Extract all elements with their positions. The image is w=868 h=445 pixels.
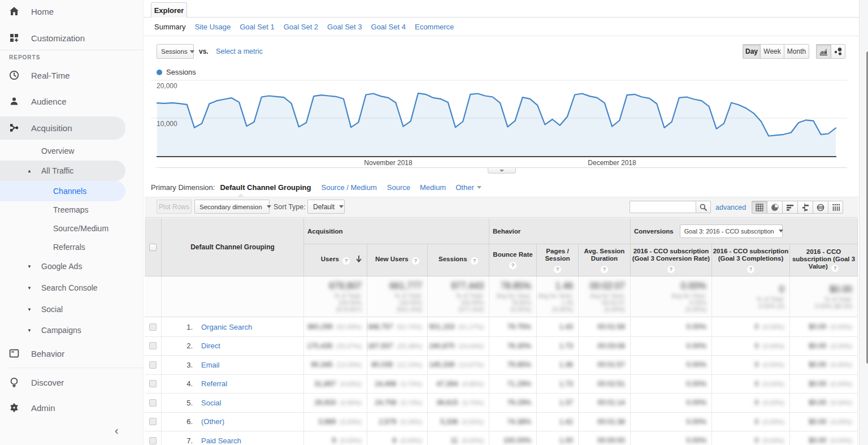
channel-link[interactable]: Organic Search xyxy=(201,323,252,331)
expand-triangle-icon[interactable]: ▼ xyxy=(26,328,33,333)
row-checkbox[interactable] xyxy=(149,437,157,444)
granularity-week-button[interactable]: Week xyxy=(760,44,784,59)
column-header-new_users[interactable]: New Users ? xyxy=(367,244,428,276)
expand-triangle-icon[interactable]: ▼ xyxy=(26,264,33,269)
term-cloud-view-button[interactable] xyxy=(813,201,828,214)
search-button[interactable] xyxy=(696,201,711,213)
report-tab-goal-set-3[interactable]: Goal Set 3 xyxy=(327,23,362,31)
expand-triangle-icon[interactable]: ▼ xyxy=(26,307,33,312)
column-header-users[interactable]: Users ? xyxy=(304,244,367,276)
report-tab-goal-set-1[interactable]: Goal Set 1 xyxy=(240,23,274,31)
select-all-checkbox[interactable] xyxy=(149,244,157,251)
sidebar-item-discover[interactable]: Discover xyxy=(0,372,144,392)
expand-triangle-icon[interactable]: ▼ xyxy=(26,286,33,291)
sidebar-item-treemaps[interactable]: Treemaps xyxy=(0,200,144,220)
dimension-link-source[interactable]: Source xyxy=(387,183,410,192)
column-header-conv_rate[interactable]: 2016 - CCO subscription(Goal 3 Conversio… xyxy=(631,244,712,276)
sidebar-item-channels[interactable]: Channels xyxy=(0,181,144,201)
sidebar-item-all-traffic[interactable]: ▲All Traffic xyxy=(0,161,144,181)
help-icon[interactable]: ? xyxy=(509,262,517,269)
channel-link[interactable]: Referral xyxy=(201,379,227,388)
column-header-pages[interactable]: Pages /Session? xyxy=(537,244,579,276)
tab-explorer[interactable]: Explorer xyxy=(151,2,187,18)
sidebar-item-overview[interactable]: Overview xyxy=(0,141,144,161)
secondary-dimension-button[interactable]: Secondary dimension xyxy=(194,200,270,214)
sidebar-item-audience[interactable]: Audience xyxy=(0,91,144,111)
column-header-duration[interactable]: Avg. SessionDuration? xyxy=(579,244,631,276)
scrollbar-track[interactable] xyxy=(859,0,868,445)
table-search-input[interactable] xyxy=(630,201,696,213)
row-checkbox[interactable] xyxy=(149,399,157,407)
report-tab-goal-set-2[interactable]: Goal Set 2 xyxy=(284,23,318,31)
sort-type-button[interactable]: Default xyxy=(307,200,345,214)
select-metric-link[interactable]: Select a metric xyxy=(216,47,263,55)
plot-rows-button[interactable]: Plot Rows xyxy=(157,200,192,214)
row-dimension-header[interactable]: Default Channel Grouping xyxy=(162,218,304,276)
sidebar-item-search-console[interactable]: ▼Search Console xyxy=(0,278,144,298)
sidebar-item-admin[interactable]: Admin xyxy=(0,398,144,418)
channel-link[interactable]: Direct xyxy=(201,342,220,350)
column-header-value[interactable]: 2016 - CCOsubscription (Goal 3Value) ? xyxy=(790,244,858,276)
table-view-button[interactable] xyxy=(752,201,767,214)
dimension-link-medium[interactable]: Medium xyxy=(420,183,446,192)
row-checkbox-cell xyxy=(145,394,162,412)
column-header-completions[interactable]: 2016 - CCO subscription(Goal 3 Completio… xyxy=(712,244,790,276)
sidebar-item-home[interactable]: Home xyxy=(0,1,144,21)
collapse-triangle-icon[interactable]: ▲ xyxy=(26,169,33,174)
channel-link[interactable]: Social xyxy=(201,399,221,407)
row-checkbox[interactable] xyxy=(149,418,157,425)
report-tab-ecommerce[interactable]: Ecommerce xyxy=(415,23,454,31)
sidebar-item-referrals[interactable]: Referrals xyxy=(0,237,144,257)
cell-completions: 0(0.00%) xyxy=(712,413,790,431)
row-checkbox[interactable] xyxy=(149,323,157,331)
sidebar-item-source-medium[interactable]: Source/Medium xyxy=(0,218,144,239)
help-icon[interactable]: ? xyxy=(667,266,675,273)
dimension-link-source-medium[interactable]: Source / Medium xyxy=(321,183,376,192)
line-chart-view-button[interactable] xyxy=(816,44,831,59)
help-icon[interactable]: ? xyxy=(554,266,561,273)
help-icon[interactable]: ? xyxy=(342,257,350,265)
channel-link[interactable]: Email xyxy=(201,361,220,369)
report-tab-site-usage[interactable]: Site Usage xyxy=(195,23,231,31)
help-icon[interactable]: ? xyxy=(471,257,478,265)
dimension-link-other[interactable]: Other xyxy=(455,183,474,192)
sidebar-item-customization[interactable]: Customization xyxy=(0,28,144,48)
percentage-view-button[interactable] xyxy=(767,201,782,214)
column-header-sessions[interactable]: Sessions ? xyxy=(428,244,489,276)
motion-chart-view-button[interactable] xyxy=(831,44,845,59)
performance-view-button[interactable] xyxy=(782,201,797,214)
report-tab-goal-set-4[interactable]: Goal Set 4 xyxy=(371,23,406,31)
sidebar-item-label: Acquisition xyxy=(31,123,72,133)
sidebar-item-campaigns[interactable]: ▼Campaigns xyxy=(0,320,144,340)
report-tab-summary[interactable]: Summary xyxy=(154,23,186,31)
row-checkbox[interactable] xyxy=(149,342,157,349)
granularity-day-button[interactable]: Day xyxy=(743,44,760,59)
sidebar-collapse-button[interactable]: ‹ xyxy=(115,424,119,437)
channel-link[interactable]: (Other) xyxy=(201,417,224,426)
row-checkbox[interactable] xyxy=(149,380,157,387)
advanced-link[interactable]: advanced xyxy=(715,204,746,211)
sidebar-item-acquisition[interactable]: Acquisition xyxy=(0,116,144,140)
column-header-bounce[interactable]: Bounce Rate? xyxy=(489,244,537,276)
help-icon[interactable]: ? xyxy=(412,257,419,265)
sidebar-item-behavior[interactable]: Behavior xyxy=(0,343,144,364)
primary-dimension-selected[interactable]: Default Channel Grouping xyxy=(220,183,311,192)
sessions-area-chart[interactable] xyxy=(145,74,858,170)
cell-percent: (0.00%) xyxy=(762,343,784,349)
row-checkbox[interactable] xyxy=(149,361,157,369)
comparison-view-button[interactable] xyxy=(797,201,813,214)
sidebar-item-google-ads[interactable]: ▼Google Ads xyxy=(0,256,144,276)
sidebar-item-social[interactable]: ▼Social xyxy=(0,299,144,319)
channel-link[interactable]: Paid Search xyxy=(201,437,241,445)
sidebar-item-realtime[interactable]: Real-Time xyxy=(0,65,144,85)
help-icon[interactable]: ? xyxy=(601,266,608,273)
sort-descending-icon[interactable] xyxy=(355,256,362,265)
chart-collapse-tab[interactable] xyxy=(488,168,516,174)
help-icon[interactable]: ? xyxy=(831,265,839,272)
cell-value: 24,498 xyxy=(375,380,396,388)
granularity-month-button[interactable]: Month xyxy=(784,44,809,59)
conversions-goal-select[interactable]: Goal 3: 2016 - CCO subscription xyxy=(680,224,783,238)
pivot-view-button[interactable] xyxy=(828,201,843,214)
metric-select-button[interactable]: Sessions xyxy=(157,44,194,59)
help-icon[interactable]: ? xyxy=(747,266,754,273)
